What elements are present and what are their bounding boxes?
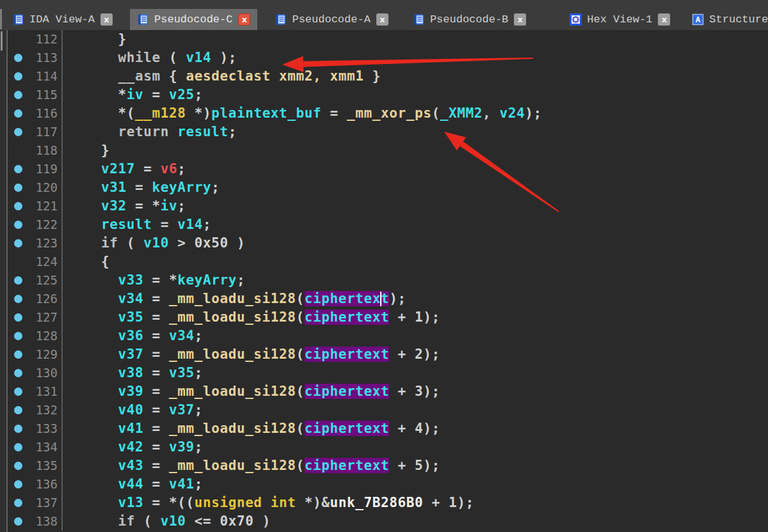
line-number: 128 <box>28 327 58 345</box>
code-text[interactable]: } <box>61 141 109 160</box>
breakpoint-gutter[interactable] <box>8 290 28 308</box>
code-text[interactable]: v13 = *((unsigned int *)&unk_7B286B0 + 1… <box>61 494 474 512</box>
code-text[interactable]: v41 = _mm_loadu_si128(ciphertext + 4); <box>61 419 440 438</box>
code-text[interactable]: v32 = *iv; <box>61 197 186 215</box>
close-icon[interactable]: x <box>238 13 250 26</box>
code-text[interactable]: __asm { aesdeclast xmm2, xmm1 } <box>61 67 381 86</box>
tab-ida-view-a[interactable]: IDA View-Ax <box>5 9 120 30</box>
breakpoint-dot[interactable] <box>14 128 22 136</box>
pseudocode-editor[interactable]: 112 }113 while ( v14 );114 __asm { aesde… <box>0 30 768 532</box>
breakpoint-dot[interactable] <box>14 165 22 173</box>
code-line: 113 while ( v14 ); <box>8 49 542 67</box>
breakpoint-gutter[interactable] <box>8 271 28 290</box>
code-text[interactable]: v34 = _mm_loadu_si128(ciphertext); <box>61 290 406 308</box>
highlighted-identifier: ciphertext <box>305 458 389 473</box>
line-number: 118 <box>28 141 58 160</box>
breakpoint-dot[interactable] <box>14 425 22 433</box>
breakpoint-dot[interactable] <box>14 184 22 192</box>
breakpoint-gutter[interactable] <box>8 364 28 382</box>
breakpoint-gutter[interactable] <box>8 49 28 67</box>
breakpoint-dot[interactable] <box>14 332 22 340</box>
code-text[interactable]: if ( v10 > 0x50 ) <box>61 234 245 253</box>
tab-pseudocode-c[interactable]: Pseudocode-Cx <box>130 9 257 30</box>
breakpoint-dot[interactable] <box>14 387 22 396</box>
code-text[interactable]: v33 = *keyArry; <box>61 271 245 290</box>
breakpoint-gutter[interactable] <box>8 494 28 512</box>
breakpoint-gutter[interactable] <box>8 345 28 364</box>
tab-pseudocode-b[interactable]: Pseudocode-Bx <box>406 9 533 30</box>
code-text[interactable]: v38 = v35; <box>61 364 203 382</box>
empty-gutter[interactable] <box>8 253 28 271</box>
breakpoint-gutter[interactable] <box>8 67 28 86</box>
breakpoint-dot[interactable] <box>14 239 22 247</box>
breakpoint-gutter[interactable] <box>8 327 28 345</box>
code-text[interactable]: } <box>61 30 127 49</box>
breakpoint-dot[interactable] <box>14 72 22 81</box>
code-text[interactable]: *(__m128 *)plaintext_buf = _mm_xor_ps(_X… <box>61 104 542 123</box>
breakpoint-gutter[interactable] <box>8 197 28 215</box>
highlighted-identifier: ciphertext <box>305 421 389 436</box>
empty-gutter[interactable] <box>8 141 28 160</box>
breakpoint-dot[interactable] <box>14 480 22 489</box>
code-text[interactable]: v35 = _mm_loadu_si128(ciphertext + 1); <box>61 308 440 327</box>
breakpoint-dot[interactable] <box>14 517 22 526</box>
breakpoint-gutter[interactable] <box>8 401 28 419</box>
code-text[interactable]: v39 = _mm_loadu_si128(ciphertext + 3); <box>61 382 440 401</box>
breakpoint-dot[interactable] <box>14 221 22 229</box>
breakpoint-dot[interactable] <box>14 369 22 377</box>
breakpoint-dot[interactable] <box>14 499 22 507</box>
code-text[interactable]: { <box>61 253 109 271</box>
breakpoint-gutter[interactable] <box>8 160 28 178</box>
close-icon[interactable]: x <box>658 13 670 26</box>
empty-gutter[interactable] <box>8 30 28 49</box>
code-text[interactable]: *iv = v25; <box>61 86 203 104</box>
close-icon[interactable]: x <box>100 13 113 26</box>
tab-pseudocode-a[interactable]: Pseudocode-Ax <box>268 9 395 30</box>
code-text[interactable]: result = v14; <box>61 215 211 234</box>
breakpoint-dot[interactable] <box>14 313 22 322</box>
breakpoint-gutter[interactable] <box>8 104 28 123</box>
breakpoint-dot[interactable] <box>14 109 22 118</box>
breakpoint-dot[interactable] <box>14 295 22 303</box>
code-text[interactable]: v43 = _mm_loadu_si128(ciphertext + 5); <box>61 457 440 475</box>
code-text[interactable]: while ( v14 ); <box>61 49 237 67</box>
breakpoint-dot[interactable] <box>14 202 22 210</box>
breakpoint-gutter[interactable] <box>8 86 28 104</box>
breakpoint-dot[interactable] <box>14 350 22 359</box>
close-icon[interactable]: x <box>514 13 526 26</box>
breakpoint-dot[interactable] <box>14 462 22 470</box>
breakpoint-dot[interactable] <box>14 406 22 414</box>
breakpoint-gutter[interactable] <box>8 308 28 327</box>
breakpoint-gutter[interactable] <box>8 419 28 438</box>
code-text[interactable]: v40 = v37; <box>61 401 203 419</box>
tab-hex-view-1[interactable]: Hex View-1x <box>563 9 677 30</box>
breakpoint-gutter[interactable] <box>8 457 28 475</box>
breakpoint-gutter[interactable] <box>8 512 28 531</box>
close-icon[interactable]: x <box>376 13 388 26</box>
breakpoint-dot[interactable] <box>14 54 22 62</box>
breakpoint-dot[interactable] <box>14 91 22 99</box>
token: v41 <box>169 476 195 492</box>
code-text[interactable]: v36 = v34; <box>61 327 203 345</box>
line-number: 115 <box>28 86 58 104</box>
breakpoint-gutter[interactable] <box>8 475 28 494</box>
breakpoint-gutter[interactable] <box>8 382 28 401</box>
breakpoint-gutter[interactable] <box>8 438 28 457</box>
breakpoint-gutter[interactable] <box>8 215 28 234</box>
token: = <box>135 161 161 176</box>
code-text[interactable]: v31 = keyArry; <box>61 178 220 197</box>
code-text[interactable]: if ( v10 <= 0x70 ) <box>61 512 271 531</box>
breakpoint-gutter[interactable] <box>8 234 28 253</box>
code-text[interactable]: v44 = v41; <box>61 475 203 494</box>
breakpoint-gutter[interactable] <box>8 123 28 141</box>
code-text[interactable]: v37 = _mm_loadu_si128(ciphertext + 2); <box>61 345 440 364</box>
code-text[interactable]: v217 = v6; <box>61 160 186 178</box>
code-text[interactable]: v42 = v39; <box>61 438 203 457</box>
code-text[interactable]: return result; <box>61 123 237 141</box>
breakpoint-dot[interactable] <box>14 443 22 451</box>
breakpoint-gutter[interactable] <box>8 178 28 197</box>
tab-structures[interactable]: AStructuresx <box>685 9 768 30</box>
token: ( <box>135 513 161 529</box>
breakpoint-dot[interactable] <box>14 276 22 285</box>
token: + <box>389 384 415 399</box>
